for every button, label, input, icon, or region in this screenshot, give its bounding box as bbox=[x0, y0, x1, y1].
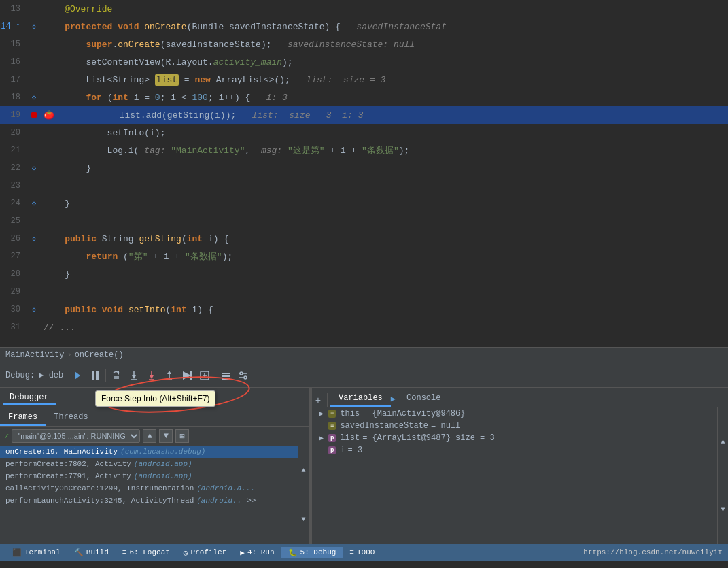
status-tab-logcat[interactable]: ≡ 6: Logcat bbox=[116, 547, 177, 558]
scroll-arrows-right: ▲ ▼ bbox=[717, 407, 728, 544]
status-tab-todo[interactable]: ≡ TODO bbox=[343, 547, 381, 558]
variables-list: ▶ ≡ this = {MainActivity@9486} ▶ ≡ saved… bbox=[312, 407, 717, 544]
panel-tabs: Frames Threads bbox=[0, 407, 309, 427]
svg-marker-13 bbox=[167, 371, 171, 374]
status-bar: ⬛ Terminal 🔨 Build ≡ 6: Logcat ◷ Profile… bbox=[0, 544, 728, 561]
var-this: ▶ ≡ this = {MainActivity@9486} bbox=[312, 407, 717, 420]
code-line-21: 21 Log.i( tag: "MainActivity" , msg: "这是… bbox=[0, 141, 728, 159]
status-tabs: ⬛ Terminal 🔨 Build ≡ 6: Logcat ◷ Profile… bbox=[5, 547, 381, 558]
console-tab-container: ▶ Console bbox=[391, 390, 449, 407]
svg-marker-10 bbox=[150, 375, 154, 379]
bottom-panel: Debugger Frames Threads ✓ "main"@9,105 .… bbox=[0, 388, 728, 544]
frame-item-3[interactable]: callActivityOnCreate:1299, Instrumentati… bbox=[0, 482, 298, 495]
variables-container: ▶ ≡ this = {MainActivity@9486} ▶ ≡ saved… bbox=[312, 407, 728, 544]
svg-point-26 bbox=[244, 376, 247, 379]
svg-point-25 bbox=[240, 372, 243, 375]
code-line-14: 14 ↑ ◇ protected void onCreate (Bundle s… bbox=[0, 18, 728, 35]
step-into-button[interactable] bbox=[126, 367, 142, 384]
thread-up-btn[interactable]: ▲ bbox=[143, 429, 156, 443]
debug-session: ▶ deb bbox=[39, 370, 63, 380]
svg-rect-20 bbox=[222, 373, 230, 374]
scroll-down-right-btn[interactable]: ▼ bbox=[718, 476, 728, 545]
code-line-15: 15 super . onCreate (savedInstanceState)… bbox=[0, 35, 728, 53]
debug-label: Debug: bbox=[5, 371, 35, 380]
code-editor: 13 @Override 14 ↑ ◇ protected void onCre… bbox=[0, 0, 728, 347]
thread-header: ✓ "main"@9,105 ...ain": RUNNING ▲ ▼ ⊞ bbox=[0, 427, 309, 446]
svg-rect-22 bbox=[222, 378, 230, 380]
code-line-16: 16 setContentView(R.layout. activity_mai… bbox=[0, 53, 728, 71]
status-tab-run[interactable]: ▶ 4: Run bbox=[233, 547, 281, 558]
breadcrumb-bar: MainActivity › onCreate() bbox=[0, 347, 728, 363]
run-to-cursor-button[interactable] bbox=[179, 367, 195, 384]
svg-rect-21 bbox=[222, 375, 230, 377]
status-tab-build[interactable]: 🔨 Build bbox=[67, 547, 116, 558]
code-line-17: 17 List<String> list = new ArrayList<>()… bbox=[0, 71, 728, 88]
code-line-13: 13 @Override bbox=[0, 0, 728, 18]
code-line-29: 29 bbox=[0, 283, 728, 301]
settings-button[interactable] bbox=[235, 367, 252, 384]
thread-down-btn[interactable]: ▼ bbox=[159, 429, 173, 443]
debug-toolbar: Debug: ▶ deb bbox=[0, 363, 728, 388]
code-line-28: 28 } bbox=[0, 265, 728, 283]
svg-marker-15 bbox=[183, 371, 191, 380]
force-step-into-button[interactable] bbox=[143, 367, 160, 384]
frame-item-4[interactable]: performLaunchActivity:3245, ActivityThre… bbox=[0, 495, 298, 507]
scroll-up-btn[interactable]: ▲ bbox=[298, 446, 309, 495]
svg-rect-2 bbox=[96, 371, 99, 380]
code-line-30: 30 ◇ public void setInto ( int i) { bbox=[0, 301, 728, 318]
code-line-20: 20 setInto(i); bbox=[0, 124, 728, 141]
code-line-22: 22 ◇ } bbox=[0, 159, 728, 177]
scroll-down-btn[interactable]: ▼ bbox=[298, 495, 309, 545]
step-out-button[interactable] bbox=[161, 367, 177, 384]
code-line-23: 23 bbox=[0, 177, 728, 195]
svg-rect-1 bbox=[92, 371, 94, 380]
var-saved-instance: ▶ ≡ savedInstanceState = null bbox=[312, 420, 717, 432]
code-line-26: 26 ◇ public String getSting ( int i) { bbox=[0, 230, 728, 248]
code-line-19: 19 🍅 list.add(getSting(i)); list: size =… bbox=[0, 106, 728, 124]
pause-button[interactable] bbox=[87, 367, 103, 384]
thread-select[interactable]: "main"@9,105 ...ain": RUNNING bbox=[12, 429, 140, 443]
frames-list-container: onCreate:19, MainActivity (com.lucashu.d… bbox=[0, 446, 309, 544]
code-line-24: 24 ◇ } bbox=[0, 195, 728, 212]
left-debug-panel: Debugger Frames Threads ✓ "main"@9,105 .… bbox=[0, 388, 309, 544]
scroll-up-right-btn[interactable]: ▲ bbox=[718, 407, 728, 476]
svg-marker-7 bbox=[132, 375, 136, 379]
resume-button[interactable] bbox=[69, 367, 86, 384]
step-over-button[interactable] bbox=[108, 367, 124, 384]
frame-item-1[interactable]: performCreate:7802, Activity (android.ap… bbox=[0, 458, 298, 470]
code-line-25: 25 bbox=[0, 212, 728, 230]
status-tab-debug[interactable]: 🐛 5: Debug bbox=[281, 547, 343, 558]
frames-button[interactable] bbox=[218, 367, 234, 384]
tab-variables[interactable]: Variables bbox=[330, 390, 391, 407]
status-tab-terminal[interactable]: ⬛ Terminal bbox=[5, 547, 67, 558]
svg-marker-3 bbox=[117, 371, 119, 375]
code-line-18: 18 ◇ for ( int i = 0 ; i < 100 ; i++) { … bbox=[0, 88, 728, 106]
frame-item-0[interactable]: onCreate:19, MainActivity (com.lucashu.d… bbox=[0, 446, 298, 458]
status-link: https://blog.csdn.net/nuweilyit bbox=[583, 548, 723, 556]
scroll-arrows-left: ▲ ▼ bbox=[298, 446, 309, 544]
evaluate-button[interactable] bbox=[196, 367, 213, 384]
tooltip: Force Step Into (Alt+Shift+F7) bbox=[95, 390, 215, 407]
tab-threads[interactable]: Threads bbox=[46, 410, 96, 426]
add-watch-button[interactable]: + bbox=[312, 395, 324, 407]
tab-console[interactable]: Console bbox=[398, 390, 449, 407]
thread-filter-btn[interactable]: ⊞ bbox=[175, 429, 189, 443]
frames-list: onCreate:19, MainActivity (com.lucashu.d… bbox=[0, 446, 298, 544]
right-panel-tabs: + Variables ▶ Console bbox=[312, 388, 728, 407]
breadcrumb-class[interactable]: MainActivity bbox=[5, 350, 64, 360]
right-debug-panel: + Variables ▶ Console ▶ ≡ this = {MainAc… bbox=[312, 388, 728, 544]
status-tab-profiler[interactable]: ◷ Profiler bbox=[177, 547, 233, 558]
code-line-27: 27 return ( "第" + i + "条数据" ); bbox=[0, 248, 728, 265]
var-list: ▶ p list = {ArrayList@9487} size = 3 bbox=[312, 432, 717, 444]
code-line-31: 31 // ... bbox=[0, 318, 728, 336]
tab-frames[interactable]: Frames bbox=[0, 410, 46, 426]
frame-item-2[interactable]: performCreate:7791, Activity (android.ap… bbox=[0, 470, 298, 482]
var-i: ▶ p i = 3 bbox=[312, 444, 717, 456]
tab-debugger[interactable]: Debugger bbox=[3, 391, 56, 405]
svg-marker-0 bbox=[75, 371, 80, 380]
breadcrumb-method[interactable]: onCreate() bbox=[75, 350, 124, 360]
